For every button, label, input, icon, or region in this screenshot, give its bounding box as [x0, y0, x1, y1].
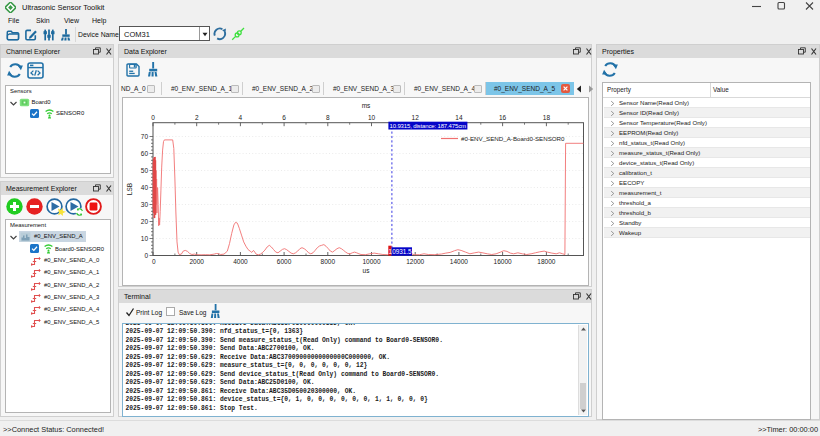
svg-text:6: 6 — [282, 114, 286, 121]
svg-text:18: 18 — [543, 114, 551, 121]
svg-text:LSB: LSB — [126, 183, 133, 195]
svg-text:60: 60 — [141, 150, 149, 157]
svg-text:8: 8 — [326, 114, 330, 121]
svg-text:6000: 6000 — [277, 258, 292, 265]
svg-text:8000: 8000 — [321, 258, 336, 265]
svg-text:#0-ENV_SEND_A-Board0-SENSOR0: #0-ENV_SEND_A-Board0-SENSOR0 — [461, 135, 565, 142]
svg-text:16: 16 — [499, 114, 507, 121]
svg-text:ms: ms — [362, 102, 371, 109]
svg-text:10: 10 — [368, 114, 376, 121]
svg-text:30: 30 — [141, 201, 149, 208]
svg-text:12: 12 — [412, 114, 420, 121]
svg-text:14000: 14000 — [450, 258, 468, 265]
svg-text:18000: 18000 — [537, 258, 555, 265]
svg-text:us: us — [363, 267, 371, 274]
svg-text:2: 2 — [195, 114, 199, 121]
svg-text:4000: 4000 — [233, 258, 248, 265]
svg-text:0: 0 — [152, 258, 156, 265]
svg-text:20: 20 — [141, 218, 149, 225]
svg-text:10000: 10000 — [362, 258, 380, 265]
svg-text:2000: 2000 — [189, 258, 204, 265]
svg-text:0: 0 — [151, 114, 155, 121]
svg-text:10: 10 — [141, 235, 149, 242]
svg-text:40: 40 — [141, 184, 149, 191]
svg-text:70: 70 — [141, 133, 149, 140]
svg-text:16000: 16000 — [494, 258, 512, 265]
svg-text:0: 0 — [144, 252, 148, 259]
svg-text:10.9315, distance: 187.475cm: 10.9315, distance: 187.475cm — [390, 123, 467, 129]
svg-text:12000: 12000 — [406, 258, 424, 265]
svg-text:4: 4 — [239, 114, 243, 121]
svg-text:10931.5: 10931.5 — [389, 248, 412, 255]
svg-text:50: 50 — [141, 167, 149, 174]
svg-text:14: 14 — [455, 114, 463, 121]
